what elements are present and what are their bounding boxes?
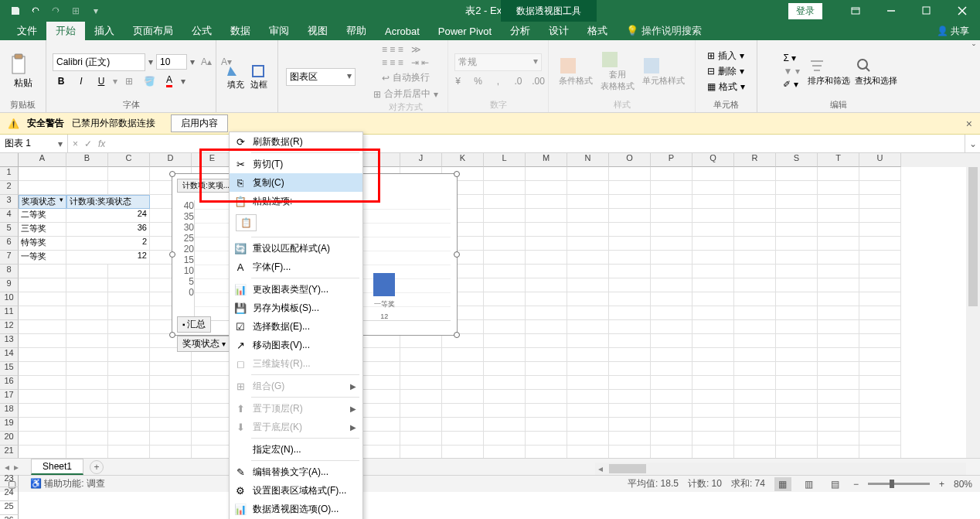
cell[interactable] bbox=[692, 418, 734, 432]
cell[interactable] bbox=[192, 362, 233, 376]
page-break-view-icon[interactable]: ▤ bbox=[827, 477, 844, 491]
column-header[interactable]: R bbox=[734, 153, 776, 167]
row-header[interactable]: 3 bbox=[0, 195, 19, 209]
cell[interactable] bbox=[484, 306, 526, 320]
tab-插入[interactable]: 插入 bbox=[85, 21, 124, 41]
cell[interactable] bbox=[651, 362, 692, 376]
cell[interactable] bbox=[651, 376, 692, 390]
fx-icon[interactable]: fx bbox=[98, 138, 105, 149]
cell[interactable] bbox=[859, 278, 901, 292]
row-header[interactable]: 12 bbox=[0, 320, 19, 334]
normal-view-icon[interactable]: ▦ bbox=[774, 477, 791, 491]
cell[interactable] bbox=[567, 390, 609, 404]
cell[interactable] bbox=[567, 251, 609, 265]
font-size-selector[interactable]: 10 bbox=[156, 54, 187, 70]
cell[interactable] bbox=[776, 292, 818, 306]
cell[interactable] bbox=[609, 292, 651, 306]
cell[interactable] bbox=[567, 223, 609, 237]
row-header[interactable]: 4 bbox=[0, 209, 19, 223]
save-icon[interactable] bbox=[6, 2, 25, 20]
context-menu-item[interactable]: ☑选择数据(E)... bbox=[230, 317, 362, 336]
cell[interactable] bbox=[609, 251, 651, 265]
ribbon-options-icon[interactable] bbox=[838, 0, 873, 22]
column-header[interactable]: S bbox=[776, 153, 818, 167]
context-menu-item[interactable]: ⟳刷新数据(R) bbox=[230, 132, 362, 151]
font-name-selector[interactable]: Calibri (正文) bbox=[53, 53, 145, 71]
cell[interactable] bbox=[19, 265, 66, 278]
cell[interactable] bbox=[359, 390, 400, 404]
cell[interactable] bbox=[400, 404, 442, 418]
cell[interactable] bbox=[859, 195, 901, 209]
context-menu-item[interactable]: 🔄重设以匹配样式(A) bbox=[230, 239, 362, 258]
cell[interactable] bbox=[692, 362, 734, 376]
cell[interactable] bbox=[66, 181, 108, 195]
cell[interactable] bbox=[859, 237, 901, 251]
autosum-button[interactable]: Σ ▾ bbox=[780, 52, 802, 64]
cell[interactable] bbox=[818, 362, 859, 376]
cell[interactable] bbox=[859, 265, 901, 278]
cell[interactable] bbox=[818, 223, 859, 237]
cell[interactable] bbox=[859, 390, 901, 404]
row-header[interactable]: 2 bbox=[0, 181, 19, 195]
cell[interactable] bbox=[567, 404, 609, 418]
cell[interactable] bbox=[526, 251, 567, 265]
cell[interactable] bbox=[734, 432, 776, 446]
cell[interactable] bbox=[108, 265, 150, 278]
tab-视图[interactable]: 视图 bbox=[298, 21, 337, 41]
italic-button[interactable]: I bbox=[73, 73, 90, 90]
paste-button[interactable]: 粘贴 bbox=[8, 53, 39, 90]
collapse-ribbon-icon[interactable]: ˇ bbox=[972, 43, 975, 54]
cell[interactable] bbox=[776, 265, 818, 278]
cell[interactable] bbox=[859, 446, 901, 458]
close-icon[interactable] bbox=[944, 0, 980, 22]
cell[interactable] bbox=[776, 334, 818, 348]
cell[interactable] bbox=[526, 292, 567, 306]
horizontal-scrollbar[interactable]: ◂ bbox=[595, 463, 966, 475]
cell[interactable] bbox=[776, 278, 818, 292]
cell[interactable] bbox=[66, 278, 108, 292]
cell[interactable] bbox=[526, 418, 567, 432]
cell[interactable] bbox=[734, 292, 776, 306]
cell[interactable] bbox=[776, 167, 818, 181]
cell[interactable] bbox=[442, 334, 484, 348]
cell[interactable] bbox=[734, 251, 776, 265]
fx-confirm-icon[interactable]: ✓ bbox=[84, 138, 92, 149]
row-header[interactable]: 23 bbox=[0, 473, 19, 487]
cell[interactable] bbox=[66, 390, 108, 404]
cell[interactable] bbox=[818, 404, 859, 418]
enable-content-button[interactable]: 启用内容 bbox=[171, 114, 228, 132]
row-header[interactable]: 8 bbox=[0, 265, 19, 278]
cell[interactable] bbox=[66, 320, 108, 334]
cell[interactable] bbox=[400, 446, 442, 458]
zoom-level[interactable]: 80% bbox=[954, 479, 972, 490]
cell[interactable] bbox=[19, 348, 66, 362]
cell[interactable] bbox=[567, 348, 609, 362]
cell[interactable] bbox=[734, 348, 776, 362]
cell[interactable] bbox=[526, 265, 567, 278]
cell[interactable] bbox=[526, 306, 567, 320]
cell[interactable] bbox=[859, 306, 901, 320]
cell[interactable] bbox=[19, 418, 66, 432]
cell[interactable] bbox=[108, 404, 150, 418]
cell[interactable] bbox=[651, 306, 692, 320]
cell[interactable] bbox=[442, 404, 484, 418]
column-header[interactable]: K bbox=[442, 153, 484, 167]
context-menu-item[interactable]: ↗移动图表(V)... bbox=[230, 336, 362, 354]
cell[interactable] bbox=[692, 278, 734, 292]
cell[interactable] bbox=[818, 292, 859, 306]
cell[interactable] bbox=[66, 446, 108, 458]
cell[interactable] bbox=[66, 418, 108, 432]
context-menu-item[interactable]: 📊数据透视图选项(O)... bbox=[230, 500, 362, 518]
clear-button[interactable]: ✐ ▾ bbox=[780, 78, 802, 90]
cell[interactable] bbox=[776, 404, 818, 418]
login-button[interactable]: 登录 bbox=[788, 3, 822, 19]
cell[interactable] bbox=[526, 404, 567, 418]
cell[interactable]: 奖项状态 ▾ bbox=[19, 195, 66, 209]
cell[interactable] bbox=[776, 209, 818, 223]
cell[interactable]: 计数项:奖项状态 bbox=[66, 195, 150, 209]
cell[interactable] bbox=[734, 446, 776, 458]
cell[interactable] bbox=[818, 432, 859, 446]
cell[interactable] bbox=[19, 334, 66, 348]
cell[interactable] bbox=[651, 195, 692, 209]
cell[interactable] bbox=[859, 362, 901, 376]
